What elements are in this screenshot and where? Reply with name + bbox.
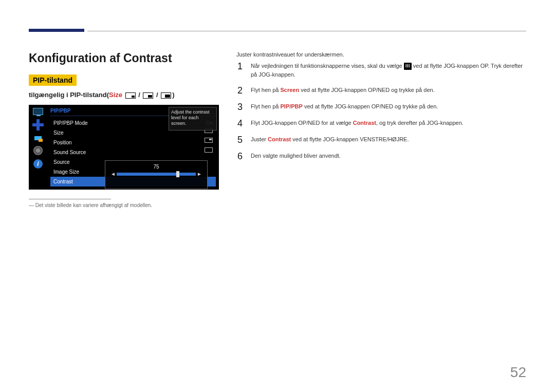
contrast-word: Contrast — [268, 136, 291, 142]
osd-label: Position — [53, 138, 72, 147]
slider-track: ◄ ► — [117, 173, 196, 176]
header-accent-bar — [29, 29, 84, 32]
subhead-suffix: ) — [172, 91, 174, 99]
availability-line: tilgængelig i PIP-tilstand(Size / / ) — [29, 91, 224, 99]
contrast-word: Contrast — [353, 120, 376, 126]
step-body: Flyt JOG-knappen OP/NED for at vælge Con… — [251, 119, 526, 127]
s5a: Juster — [251, 136, 268, 142]
header-divider — [87, 31, 526, 31]
menu-icon: ⅠⅠⅠ — [404, 63, 412, 70]
osd-row-position: Position — [50, 138, 216, 147]
s3a: Flyt hen på — [251, 103, 280, 109]
note-divider — [29, 199, 111, 199]
step-number: 5 — [236, 135, 244, 144]
picture-pip-icon — [33, 135, 43, 142]
osd-sidebar: i — [29, 105, 47, 190]
right-column: Juster kontrastniveauet for underskærmen… — [236, 51, 526, 168]
pip-size-medium-icon — [143, 92, 153, 99]
left-column: Konfiguration af Contrast PIP-tilstand t… — [29, 51, 224, 208]
sep2: / — [154, 91, 160, 99]
step-body: Flyt hen på Screen ved at flytte JOG-kna… — [251, 86, 526, 95]
s4b: , og tryk derefter på JOG-knappen. — [376, 120, 464, 126]
step-number: 4 — [236, 119, 244, 128]
page-title: Konfiguration af Contrast — [29, 51, 224, 65]
step-5: 5 Juster Contrast ved at flytte JOG-knap… — [236, 135, 526, 144]
osd-label: Source — [53, 157, 70, 167]
pip-mode-badge: PIP-tilstand — [29, 74, 77, 86]
position-value-icon — [205, 138, 213, 143]
osd-label: Contrast — [53, 177, 73, 186]
osd-label: PIP/PBP Mode — [53, 118, 88, 128]
step-body: Når vejledningen til funktionsknapperne … — [251, 62, 526, 79]
subhead-prefix: tilgængelig i PIP-tilstand( — [29, 91, 109, 99]
soundsource-value-icon — [205, 147, 213, 153]
s3b: ved at flytte JOG-knappen OP/NED og tryk… — [303, 103, 438, 109]
pip-size-large-icon — [161, 92, 171, 99]
pip-size-icons-3 — [161, 92, 171, 99]
page-number: 52 — [510, 364, 526, 381]
screen-word: Screen — [280, 87, 299, 93]
step-2: 2 Flyt hen på Screen ved at flytte JOG-k… — [236, 86, 526, 95]
osd-label: Sound Source — [53, 147, 86, 157]
pip-size-icons — [125, 92, 136, 99]
info-icon: i — [33, 159, 43, 169]
step-body: Flyt hen på PIP/PBP ved at flytte JOG-kn… — [251, 102, 526, 111]
step-number: 6 — [236, 152, 244, 161]
intro-text: Juster kontrastniveauet for underskærmen… — [236, 51, 526, 58]
pip-size-small-icon — [125, 92, 136, 99]
osd-label: Image Size — [53, 167, 79, 177]
step-1: 1 Når vejledningen til funktionsknappern… — [236, 62, 526, 79]
osd-label: Size — [53, 128, 63, 138]
s1a: Når vejledningen til funktionsknapperne … — [251, 63, 404, 69]
step-number: 3 — [236, 102, 244, 111]
monitor-icon — [33, 108, 43, 115]
gear-icon — [33, 146, 43, 155]
osd-row-soundsource: Sound Source — [50, 147, 216, 157]
slider-value-label: 75 — [110, 164, 202, 170]
slider-right-arrow-icon: ► — [197, 171, 202, 177]
dpad-icon — [32, 119, 44, 130]
step-number: 2 — [236, 86, 244, 95]
pip-size-icons-2 — [143, 92, 153, 99]
osd-screenshot: i PIP/PBP PIP/PBP Mode On Size Position … — [29, 105, 219, 190]
s2a: Flyt hen på — [251, 87, 280, 93]
slider-left-arrow-icon: ◄ — [110, 171, 116, 177]
slider-thumb — [176, 171, 179, 177]
pip-word: PIP/PBP — [280, 103, 302, 109]
subhead-size-word: Size — [109, 91, 122, 99]
step-number: 1 — [236, 62, 244, 71]
step-4: 4 Flyt JOG-knappen OP/NED for at vælge C… — [236, 119, 526, 128]
step-body: Den valgte mulighed bliver anvendt. — [251, 152, 526, 160]
s4a: Flyt JOG-knappen OP/NED for at vælge — [251, 120, 353, 126]
step-3: 3 Flyt hen på PIP/PBP ved at flytte JOG-… — [236, 102, 526, 111]
sep1: / — [137, 91, 142, 99]
model-variance-note: Det viste billede kan variere afhængigt … — [29, 202, 224, 208]
osd-tooltip: Adjust the contrast level for each scree… — [169, 107, 217, 130]
s2b: ved at flytte JOG-knappen OP/NED og tryk… — [299, 87, 435, 93]
contrast-slider-popup: 75 ◄ ► — [105, 160, 208, 189]
step-body: Juster Contrast ved at flytte JOG-knappe… — [251, 135, 526, 144]
s5b: ved at flytte JOG-knappen VENSTRE/HØJRE. — [291, 136, 409, 142]
step-6: 6 Den valgte mulighed bliver anvendt. — [236, 152, 526, 161]
